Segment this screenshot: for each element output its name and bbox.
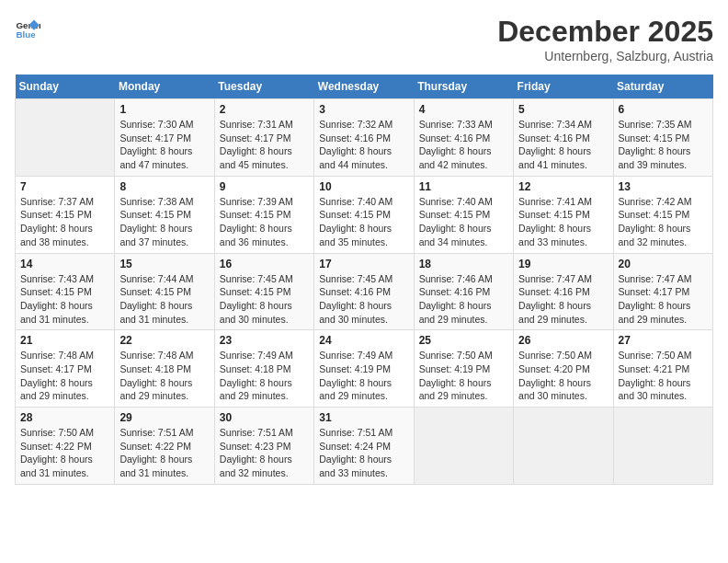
location-subtitle: Unternberg, Salzburg, Austria	[497, 49, 713, 63]
week-row-3: 14Sunrise: 7:43 AMSunset: 4:15 PMDayligh…	[16, 253, 713, 330]
day-cell	[414, 408, 513, 485]
day-cell: 30Sunrise: 7:51 AMSunset: 4:23 PMDayligh…	[214, 408, 313, 485]
day-info: Sunrise: 7:33 AMSunset: 4:16 PMDaylight:…	[419, 118, 508, 172]
day-number: 27	[619, 334, 708, 347]
day-number: 14	[20, 258, 109, 270]
day-info: Sunrise: 7:51 AMSunset: 4:23 PMDaylight:…	[220, 426, 309, 480]
day-cell: 28Sunrise: 7:50 AMSunset: 4:22 PMDayligh…	[16, 408, 115, 485]
day-number: 19	[518, 258, 608, 270]
day-number: 10	[319, 180, 408, 193]
day-number: 12	[518, 180, 608, 193]
day-cell: 12Sunrise: 7:41 AMSunset: 4:15 PMDayligh…	[514, 176, 613, 253]
day-number: 13	[619, 180, 708, 193]
day-cell: 6Sunrise: 7:35 AMSunset: 4:15 PMDaylight…	[613, 99, 712, 177]
day-info: Sunrise: 7:37 AMSunset: 4:15 PMDaylight:…	[20, 195, 109, 249]
day-info: Sunrise: 7:44 AMSunset: 4:15 PMDaylight:…	[119, 272, 209, 327]
page-header: General Blue December 2025 Unternberg, S…	[15, 15, 713, 63]
day-cell: 24Sunrise: 7:49 AMSunset: 4:19 PMDayligh…	[314, 330, 414, 408]
day-number: 29	[119, 411, 209, 424]
day-cell: 21Sunrise: 7:48 AMSunset: 4:17 PMDayligh…	[16, 330, 115, 408]
day-info: Sunrise: 7:47 AMSunset: 4:17 PMDaylight:…	[619, 272, 708, 327]
day-number: 6	[619, 103, 708, 116]
day-cell: 22Sunrise: 7:48 AMSunset: 4:18 PMDayligh…	[115, 330, 214, 408]
day-cell: 18Sunrise: 7:46 AMSunset: 4:16 PMDayligh…	[414, 253, 513, 330]
day-number: 20	[619, 258, 708, 270]
day-info: Sunrise: 7:50 AMSunset: 4:22 PMDaylight:…	[20, 426, 109, 480]
col-header-sunday: Sunday	[16, 75, 115, 99]
day-number: 30	[220, 411, 309, 424]
day-cell	[514, 408, 613, 485]
col-header-monday: Monday	[115, 75, 214, 99]
day-info: Sunrise: 7:30 AMSunset: 4:17 PMDaylight:…	[119, 118, 209, 172]
day-info: Sunrise: 7:35 AMSunset: 4:15 PMDaylight:…	[619, 118, 708, 172]
day-number: 26	[518, 334, 608, 347]
col-header-saturday: Saturday	[613, 75, 712, 99]
day-number: 25	[419, 334, 508, 347]
day-cell: 29Sunrise: 7:51 AMSunset: 4:22 PMDayligh…	[115, 408, 214, 485]
day-number: 28	[20, 411, 109, 424]
day-number: 8	[119, 180, 209, 193]
day-cell: 5Sunrise: 7:34 AMSunset: 4:16 PMDaylight…	[514, 99, 613, 177]
day-cell: 2Sunrise: 7:31 AMSunset: 4:17 PMDaylight…	[214, 99, 313, 177]
day-info: Sunrise: 7:51 AMSunset: 4:24 PMDaylight:…	[319, 426, 408, 480]
day-cell: 1Sunrise: 7:30 AMSunset: 4:17 PMDaylight…	[115, 99, 214, 177]
day-info: Sunrise: 7:49 AMSunset: 4:19 PMDaylight:…	[319, 349, 408, 403]
day-cell: 4Sunrise: 7:33 AMSunset: 4:16 PMDaylight…	[414, 99, 513, 177]
day-cell	[613, 408, 712, 485]
day-number: 11	[419, 180, 508, 193]
day-info: Sunrise: 7:50 AMSunset: 4:20 PMDaylight:…	[518, 349, 608, 403]
day-cell: 10Sunrise: 7:40 AMSunset: 4:15 PMDayligh…	[314, 176, 414, 253]
col-header-thursday: Thursday	[414, 75, 513, 99]
day-cell: 27Sunrise: 7:50 AMSunset: 4:21 PMDayligh…	[613, 330, 712, 408]
day-cell: 8Sunrise: 7:38 AMSunset: 4:15 PMDaylight…	[115, 176, 214, 253]
day-number: 1	[119, 103, 209, 116]
day-cell: 9Sunrise: 7:39 AMSunset: 4:15 PMDaylight…	[214, 176, 313, 253]
day-info: Sunrise: 7:38 AMSunset: 4:15 PMDaylight:…	[119, 195, 209, 249]
logo: General Blue	[15, 15, 40, 40]
day-info: Sunrise: 7:45 AMSunset: 4:16 PMDaylight:…	[319, 272, 408, 327]
header-row: SundayMondayTuesdayWednesdayThursdayFrid…	[16, 75, 713, 99]
day-cell: 19Sunrise: 7:47 AMSunset: 4:16 PMDayligh…	[514, 253, 613, 330]
day-cell	[16, 99, 115, 177]
day-cell: 7Sunrise: 7:37 AMSunset: 4:15 PMDaylight…	[16, 176, 115, 253]
day-cell: 31Sunrise: 7:51 AMSunset: 4:24 PMDayligh…	[314, 408, 414, 485]
day-info: Sunrise: 7:47 AMSunset: 4:16 PMDaylight:…	[518, 272, 608, 327]
day-number: 5	[518, 103, 608, 116]
day-info: Sunrise: 7:40 AMSunset: 4:15 PMDaylight:…	[319, 195, 408, 249]
day-number: 21	[20, 334, 109, 347]
logo-icon: General Blue	[15, 15, 40, 40]
day-info: Sunrise: 7:49 AMSunset: 4:18 PMDaylight:…	[220, 349, 309, 403]
day-info: Sunrise: 7:39 AMSunset: 4:15 PMDaylight:…	[220, 195, 309, 249]
day-cell: 14Sunrise: 7:43 AMSunset: 4:15 PMDayligh…	[16, 253, 115, 330]
day-cell: 17Sunrise: 7:45 AMSunset: 4:16 PMDayligh…	[314, 253, 414, 330]
day-info: Sunrise: 7:50 AMSunset: 4:19 PMDaylight:…	[419, 349, 508, 403]
day-info: Sunrise: 7:32 AMSunset: 4:16 PMDaylight:…	[319, 118, 408, 172]
day-number: 2	[220, 103, 309, 116]
day-number: 31	[319, 411, 408, 424]
col-header-wednesday: Wednesday	[314, 75, 414, 99]
day-number: 9	[220, 180, 309, 193]
day-info: Sunrise: 7:51 AMSunset: 4:22 PMDaylight:…	[119, 426, 209, 480]
day-info: Sunrise: 7:40 AMSunset: 4:15 PMDaylight:…	[419, 195, 508, 249]
day-cell: 26Sunrise: 7:50 AMSunset: 4:20 PMDayligh…	[514, 330, 613, 408]
day-cell: 23Sunrise: 7:49 AMSunset: 4:18 PMDayligh…	[214, 330, 313, 408]
day-number: 22	[119, 334, 209, 347]
week-row-5: 28Sunrise: 7:50 AMSunset: 4:22 PMDayligh…	[16, 408, 713, 485]
day-cell: 25Sunrise: 7:50 AMSunset: 4:19 PMDayligh…	[414, 330, 513, 408]
day-number: 18	[419, 258, 508, 270]
day-cell: 20Sunrise: 7:47 AMSunset: 4:17 PMDayligh…	[613, 253, 712, 330]
col-header-tuesday: Tuesday	[214, 75, 313, 99]
day-info: Sunrise: 7:50 AMSunset: 4:21 PMDaylight:…	[619, 349, 708, 403]
day-number: 23	[220, 334, 309, 347]
title-block: December 2025 Unternberg, Salzburg, Aust…	[497, 15, 713, 63]
day-number: 16	[220, 258, 309, 270]
month-title: December 2025	[497, 15, 713, 49]
day-cell: 15Sunrise: 7:44 AMSunset: 4:15 PMDayligh…	[115, 253, 214, 330]
day-info: Sunrise: 7:45 AMSunset: 4:15 PMDaylight:…	[220, 272, 309, 327]
week-row-1: 1Sunrise: 7:30 AMSunset: 4:17 PMDaylight…	[16, 99, 713, 177]
day-info: Sunrise: 7:48 AMSunset: 4:18 PMDaylight:…	[119, 349, 209, 403]
day-number: 17	[319, 258, 408, 270]
day-number: 3	[319, 103, 408, 116]
day-cell: 3Sunrise: 7:32 AMSunset: 4:16 PMDaylight…	[314, 99, 414, 177]
day-number: 7	[20, 180, 109, 193]
